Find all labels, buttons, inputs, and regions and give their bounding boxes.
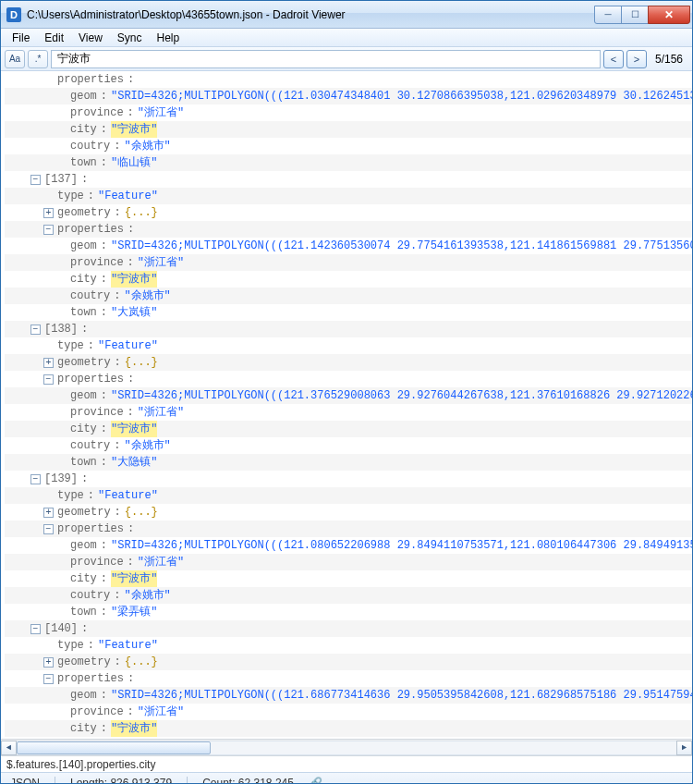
- tree-row[interactable]: city:"宁波市": [5, 570, 692, 587]
- scroll-left-arrow[interactable]: ◄: [1, 741, 17, 755]
- menu-help[interactable]: Help: [150, 30, 188, 46]
- node-key: properties: [57, 221, 124, 238]
- expand-icon[interactable]: +: [43, 208, 54, 218]
- tree-row[interactable]: +geometry:{...}: [5, 504, 692, 521]
- tree-row[interactable]: city:"宁波市": [5, 271, 692, 288]
- link-icon[interactable]: 🔗: [309, 777, 322, 785]
- tree-row[interactable]: +geometry:{...}: [5, 354, 692, 371]
- tree-row[interactable]: geom:"SRID=4326;MULTIPOLYGON(((121.03047…: [5, 88, 692, 104]
- tree-row[interactable]: geom:"SRID=4326;MULTIPOLYGON(((121.08065…: [5, 537, 692, 554]
- tree-row[interactable]: coutry:"余姚市": [5, 587, 692, 604]
- tree-row[interactable]: province:"浙江省": [5, 104, 692, 121]
- tree-row[interactable]: −properties:: [5, 521, 692, 537]
- search-input[interactable]: [51, 50, 601, 68]
- minimize-icon: ─: [604, 9, 611, 19]
- tree-row[interactable]: province:"浙江省": [5, 404, 692, 421]
- scroll-thumb[interactable]: [17, 741, 211, 754]
- tree-row[interactable]: −[137]:: [5, 171, 692, 188]
- expand-icon[interactable]: +: [43, 358, 54, 368]
- tree-row[interactable]: geom:"SRID=4326;MULTIPOLYGON(((121.14236…: [5, 238, 692, 254]
- node-value: "SRID=4326;MULTIPOLYGON(((121.1423605300…: [111, 238, 692, 254]
- node-value: "浙江省": [138, 554, 184, 570]
- tree-row[interactable]: type:"Feature": [5, 487, 692, 504]
- collapse-icon[interactable]: −: [30, 474, 41, 484]
- menu-sync[interactable]: Sync: [110, 30, 150, 46]
- node-key: city: [70, 121, 97, 138]
- status-count: Count: 62,318,245: [199, 777, 298, 785]
- tree-row[interactable]: city:"宁波市": [5, 720, 692, 737]
- minimize-button[interactable]: ─: [594, 6, 622, 24]
- menu-view[interactable]: View: [71, 30, 110, 46]
- tree-row[interactable]: town:"梁弄镇": [5, 604, 692, 620]
- node-key: province: [70, 554, 124, 570]
- collapse-icon[interactable]: −: [43, 374, 54, 385]
- case-sensitive-toggle[interactable]: Aa: [5, 50, 25, 68]
- expand-icon[interactable]: +: [43, 508, 54, 518]
- tree-row[interactable]: coutry:"余姚市": [5, 288, 692, 304]
- node-key: geometry: [57, 504, 111, 521]
- tree-row[interactable]: province:"浙江省": [5, 254, 692, 271]
- tree-row[interactable]: −[140]:: [5, 620, 692, 637]
- menu-edit[interactable]: Edit: [37, 30, 71, 46]
- tree-view[interactable]: properties:geom:"SRID=4326;MULTIPOLYGON(…: [1, 71, 692, 755]
- tree-row[interactable]: type:"Feature": [5, 637, 692, 654]
- tree-row[interactable]: town:"大隐镇": [5, 454, 692, 471]
- tree-row[interactable]: type:"Feature": [5, 337, 692, 354]
- node-key: city: [70, 720, 97, 737]
- node-value: "宁波市": [111, 121, 157, 138]
- menu-file[interactable]: File: [5, 30, 37, 46]
- node-value: "Feature": [98, 487, 158, 504]
- tree-row[interactable]: −properties:: [5, 371, 692, 387]
- tree-row[interactable]: type:"Feature": [5, 188, 692, 204]
- tree-row[interactable]: town:"大岚镇": [5, 304, 692, 321]
- scroll-track[interactable]: [17, 741, 676, 755]
- tree-row[interactable]: province:"浙江省": [5, 554, 692, 570]
- tree-row[interactable]: city:"宁波市": [5, 121, 692, 138]
- node-value: "SRID=4326;MULTIPOLYGON(((121.3765290080…: [111, 387, 692, 404]
- search-next-button[interactable]: >: [626, 50, 647, 68]
- tree-row[interactable]: city:"宁波市": [5, 421, 692, 437]
- maximize-icon: ☐: [631, 9, 639, 19]
- tree-row[interactable]: town:"临山镇": [5, 154, 692, 171]
- tree-row[interactable]: geom:"SRID=4326;MULTIPOLYGON(((121.37652…: [5, 387, 692, 404]
- node-key: type: [57, 188, 84, 204]
- collapse-icon[interactable]: −: [30, 325, 41, 335]
- tree-row[interactable]: +geometry:{...}: [5, 654, 692, 670]
- node-key: city: [70, 570, 97, 587]
- collapse-icon[interactable]: −: [43, 674, 54, 684]
- window-title: C:\Users\Administrator\Desktop\43655town…: [27, 8, 595, 21]
- status-filetype: JSON: [6, 777, 43, 785]
- node-value: "余姚市": [124, 288, 170, 304]
- collapse-icon[interactable]: −: [43, 225, 54, 235]
- node-value: "SRID=4326;MULTIPOLYGON(((121.0304743484…: [111, 88, 692, 104]
- node-value: "宁波市": [111, 720, 157, 737]
- node-key: town: [70, 304, 97, 321]
- tree-row[interactable]: coutry:"余姚市": [5, 138, 692, 154]
- collapse-icon[interactable]: −: [30, 624, 41, 634]
- collapse-icon[interactable]: −: [30, 175, 41, 185]
- node-value: "梁弄镇": [111, 604, 157, 620]
- close-button[interactable]: ✕: [648, 6, 690, 24]
- node-key: geom: [70, 687, 97, 704]
- expand-icon[interactable]: +: [43, 657, 54, 668]
- node-key: coutry: [70, 587, 110, 604]
- tree-row[interactable]: −[139]:: [5, 471, 692, 487]
- search-count: 5/156: [650, 53, 688, 66]
- tree-row[interactable]: province:"浙江省": [5, 704, 692, 720]
- tree-row[interactable]: coutry:"余姚市": [5, 437, 692, 454]
- tree-row[interactable]: properties:: [5, 71, 692, 88]
- tree-row[interactable]: geom:"SRID=4326;MULTIPOLYGON(((121.68677…: [5, 687, 692, 704]
- horizontal-scrollbar[interactable]: ◄ ►: [1, 739, 692, 755]
- node-value: {...}: [125, 654, 158, 670]
- scroll-right-arrow[interactable]: ►: [676, 741, 692, 755]
- search-prev-button[interactable]: <: [603, 50, 624, 68]
- regex-toggle[interactable]: .*: [28, 50, 48, 68]
- maximize-button[interactable]: ☐: [621, 6, 649, 24]
- node-key: geom: [70, 88, 97, 104]
- window-controls: ─ ☐ ✕: [595, 6, 690, 24]
- tree-row[interactable]: −properties:: [5, 221, 692, 238]
- tree-row[interactable]: +geometry:{...}: [5, 204, 692, 221]
- tree-row[interactable]: −properties:: [5, 670, 692, 687]
- collapse-icon[interactable]: −: [43, 524, 54, 534]
- tree-row[interactable]: −[138]:: [5, 321, 692, 337]
